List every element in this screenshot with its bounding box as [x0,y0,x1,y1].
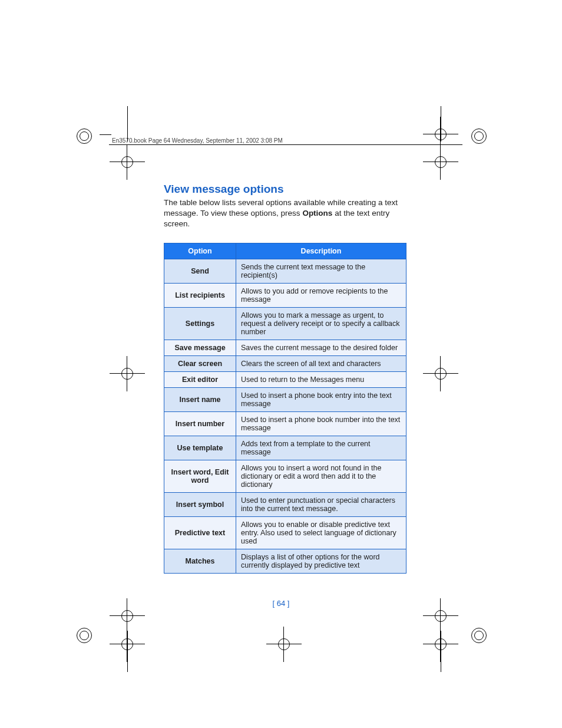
description-cell: Used to return to the Messages menu [236,371,406,387]
crop-mark-icon [100,134,111,135]
table-row: Exit editorUsed to return to the Message… [164,371,406,387]
crop-mark-icon [109,144,462,145]
description-cell: Allows you to enable or disable predicti… [236,516,406,549]
table-row: SettingsAllows you to mark a message as … [164,307,406,340]
crop-mark-icon [441,106,441,141]
description-cell: Allows to you add or remove recipients t… [236,283,406,307]
crop-mark-icon [127,631,128,672]
option-cell: Matches [164,549,236,573]
table-head-option: Option [164,243,236,259]
description-cell: Used to insert a phone book entry into t… [236,387,406,411]
intro-text-bold: Options [302,209,332,218]
description-cell: Allows you to insert a word not found in… [236,460,406,492]
description-cell: Used to enter punctuation or special cha… [236,492,406,516]
option-cell: Settings [164,307,236,340]
section-title: View message options [164,183,406,196]
description-cell: Clears the screen of all text and charac… [236,355,406,371]
registration-mark-icon [77,628,92,643]
option-cell: Clear screen [164,355,236,371]
option-cell: Predictive text [164,516,236,549]
table-row: List recipientsAllows to you add or remo… [164,283,406,307]
registration-mark-icon [471,628,487,643]
crop-mark-icon [266,627,302,662]
option-cell: Insert name [164,387,236,411]
options-table: Option Description SendSends the current… [164,243,406,574]
crop-mark-icon [441,631,441,672]
table-row: Insert word, Edit wordAllows you to inse… [164,460,406,492]
table-row: Predictive textAllows you to enable or d… [164,516,406,549]
intro-paragraph: The table below lists several options av… [164,197,406,230]
crop-mark-icon [423,356,458,391]
option-cell: Insert word, Edit word [164,460,236,492]
table-row: Save messageSaves the current message to… [164,340,406,355]
table-row: SendSends the current text message to th… [164,259,406,283]
option-cell: Exit editor [164,371,236,387]
description-cell: Adds text from a template to the current… [236,436,406,460]
table-row: Insert symbolUsed to enter punctuation o… [164,492,406,516]
option-cell: List recipients [164,283,236,307]
table-row: Use templateAdds text from a template to… [164,436,406,460]
table-row: Insert nameUsed to insert a phone book e… [164,387,406,411]
description-cell: Used to insert a phone book number into … [236,411,406,436]
option-cell: Insert number [164,411,236,436]
description-cell: Saves the current message to the desired… [236,340,406,355]
option-cell: Send [164,259,236,283]
registration-mark-icon [77,129,92,144]
table-row: Insert numberUsed to insert a phone book… [164,411,406,436]
table-head-description: Description [236,243,406,259]
description-cell: Sends the current text message to the re… [236,259,406,283]
page-number: [ 64 ] [0,599,562,608]
description-cell: Displays a list of other options for the… [236,549,406,573]
description-cell: Allows you to mark a message as urgent, … [236,307,406,340]
crop-mark-icon [127,106,128,141]
page-content: View message options The table below lis… [164,183,406,574]
registration-mark-icon [471,129,487,144]
table-row: Clear screenClears the screen of all tex… [164,355,406,371]
running-header: En3570.book Page 64 Wednesday, September… [112,137,283,144]
option-cell: Insert symbol [164,492,236,516]
table-row: MatchesDisplays a list of other options … [164,549,406,573]
option-cell: Use template [164,436,236,460]
option-cell: Save message [164,340,236,355]
